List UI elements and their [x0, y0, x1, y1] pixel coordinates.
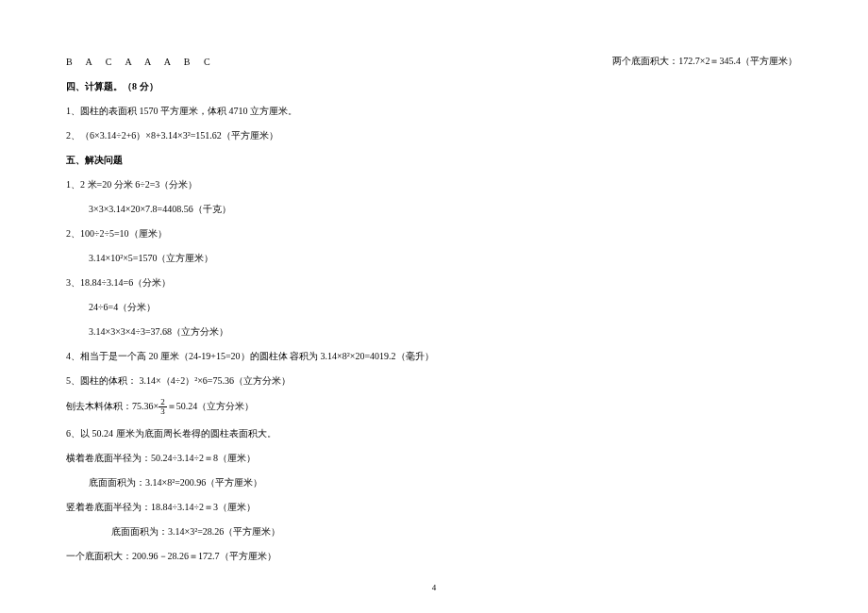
q5b-prefix: 刨去木料体积：75.36×	[66, 401, 159, 411]
q2-line2: 3.14×10²×5=1570（立方厘米）	[66, 251, 802, 265]
q5b-suffix: ＝50.24（立方分米）	[167, 401, 255, 411]
q6-line6: 一个底面积大：200.96－28.26＝172.7（平方厘米）	[66, 549, 802, 563]
q3-line3: 3.14×3×3×4÷3=37.68（立方分米）	[66, 324, 802, 339]
q6-line5: 底面面积为：3.14×3²=28.26（平方厘米）	[66, 524, 802, 538]
section4-item-1: 1、圆柱的表面积 1570 平方厘米，体积 4710 立方厘米。	[66, 104, 802, 118]
section5-heading: 五、解决问题	[66, 153, 802, 167]
q2-line1: 2、100÷2÷5=10（厘米）	[66, 226, 802, 240]
q6-line1: 6、以 50.24 厘米为底面周长卷得的圆柱表面积大。	[66, 426, 802, 440]
q5b-line: 刨去木料体积：75.36×23＝50.24（立方分米）	[66, 398, 802, 416]
q6-line2: 横着卷底面半径为：50.24÷3.14÷2＝8（厘米）	[66, 451, 802, 465]
q4-line: 4、相当于是一个高 20 厘米（24-19+15=20）的圆柱体 容积为 3.1…	[66, 349, 802, 363]
fraction: 23	[159, 398, 167, 416]
q3-line1: 3、18.84÷3.14=6（分米）	[66, 275, 802, 290]
q3-line2: 24÷6=4（分米）	[66, 300, 802, 314]
section4-item-2: 2、（6×3.14÷2+6）×8+3.14×3²=151.62（平方厘米）	[66, 128, 802, 142]
q5-line: 5、圆柱的体积： 3.14×（4÷2）²×6=75.36（立方分米）	[66, 373, 802, 388]
right-margin-note: 两个底面积大：172.7×2＝345.4（平方厘米）	[612, 55, 797, 68]
section4-heading: 四、计算题。（8 分）	[66, 79, 802, 93]
q6-line4: 竖着卷底面半径为：18.84÷3.14÷2＝3（厘米）	[66, 500, 802, 514]
fraction-denominator: 3	[159, 407, 167, 416]
q1-line2: 3×3×3.14×20×7.8=4408.56（千克）	[66, 202, 802, 216]
q1-line1: 1、2 米=20 分米 6÷2=3（分米）	[66, 177, 802, 191]
page-number: 4	[432, 583, 437, 592]
document-content: B A C A A A B C 两个底面积大：172.7×2＝345.4（平方厘…	[0, 0, 868, 592]
q6-line3: 底面面积为：3.14×8²=200.96（平方厘米）	[66, 475, 802, 489]
